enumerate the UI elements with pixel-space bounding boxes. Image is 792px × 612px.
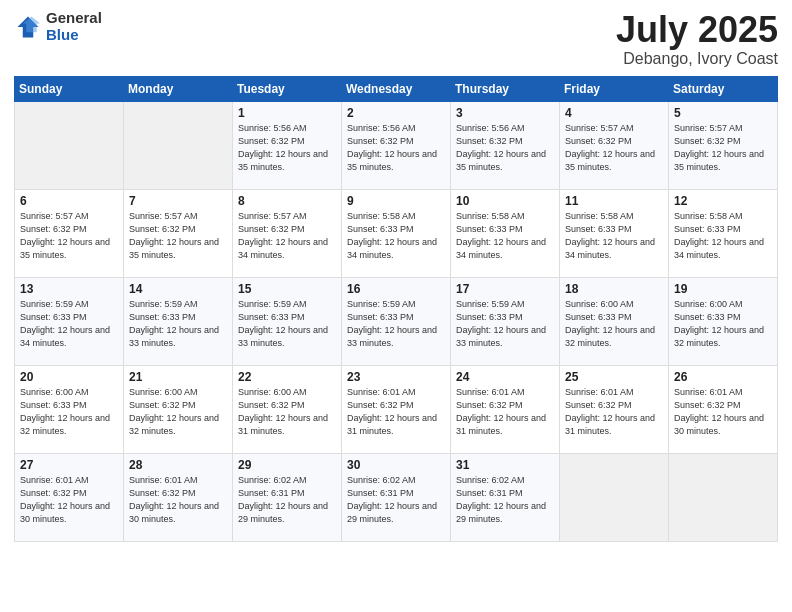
day-info: Sunrise: 5:59 AM Sunset: 6:33 PM Dayligh… bbox=[129, 298, 227, 350]
calendar-header-saturday: Saturday bbox=[669, 76, 778, 101]
calendar-cell bbox=[124, 101, 233, 189]
day-number: 8 bbox=[238, 194, 336, 208]
calendar-week-1: 1Sunrise: 5:56 AM Sunset: 6:32 PM Daylig… bbox=[15, 101, 778, 189]
calendar-week-2: 6Sunrise: 5:57 AM Sunset: 6:32 PM Daylig… bbox=[15, 189, 778, 277]
calendar-header-wednesday: Wednesday bbox=[342, 76, 451, 101]
calendar-cell: 1Sunrise: 5:56 AM Sunset: 6:32 PM Daylig… bbox=[233, 101, 342, 189]
day-info: Sunrise: 6:01 AM Sunset: 6:32 PM Dayligh… bbox=[565, 386, 663, 438]
calendar-cell: 4Sunrise: 5:57 AM Sunset: 6:32 PM Daylig… bbox=[560, 101, 669, 189]
day-info: Sunrise: 6:02 AM Sunset: 6:31 PM Dayligh… bbox=[238, 474, 336, 526]
calendar-week-3: 13Sunrise: 5:59 AM Sunset: 6:33 PM Dayli… bbox=[15, 277, 778, 365]
day-info: Sunrise: 5:57 AM Sunset: 6:32 PM Dayligh… bbox=[20, 210, 118, 262]
day-number: 14 bbox=[129, 282, 227, 296]
day-number: 26 bbox=[674, 370, 772, 384]
day-info: Sunrise: 5:59 AM Sunset: 6:33 PM Dayligh… bbox=[347, 298, 445, 350]
day-number: 13 bbox=[20, 282, 118, 296]
calendar: SundayMondayTuesdayWednesdayThursdayFrid… bbox=[14, 76, 778, 542]
day-number: 6 bbox=[20, 194, 118, 208]
calendar-cell bbox=[669, 453, 778, 541]
month-title: July 2025 bbox=[616, 10, 778, 50]
calendar-body: 1Sunrise: 5:56 AM Sunset: 6:32 PM Daylig… bbox=[15, 101, 778, 541]
calendar-cell: 14Sunrise: 5:59 AM Sunset: 6:33 PM Dayli… bbox=[124, 277, 233, 365]
day-number: 10 bbox=[456, 194, 554, 208]
calendar-cell: 13Sunrise: 5:59 AM Sunset: 6:33 PM Dayli… bbox=[15, 277, 124, 365]
day-number: 24 bbox=[456, 370, 554, 384]
calendar-cell: 29Sunrise: 6:02 AM Sunset: 6:31 PM Dayli… bbox=[233, 453, 342, 541]
day-info: Sunrise: 5:58 AM Sunset: 6:33 PM Dayligh… bbox=[347, 210, 445, 262]
logo: General Blue bbox=[14, 10, 102, 43]
day-number: 12 bbox=[674, 194, 772, 208]
calendar-cell: 17Sunrise: 5:59 AM Sunset: 6:33 PM Dayli… bbox=[451, 277, 560, 365]
page: General Blue July 2025 Debango, Ivory Co… bbox=[0, 0, 792, 612]
location-title: Debango, Ivory Coast bbox=[616, 50, 778, 68]
day-number: 25 bbox=[565, 370, 663, 384]
day-number: 22 bbox=[238, 370, 336, 384]
logo-blue: Blue bbox=[46, 27, 102, 44]
day-info: Sunrise: 6:01 AM Sunset: 6:32 PM Dayligh… bbox=[347, 386, 445, 438]
calendar-cell: 20Sunrise: 6:00 AM Sunset: 6:33 PM Dayli… bbox=[15, 365, 124, 453]
day-info: Sunrise: 6:00 AM Sunset: 6:32 PM Dayligh… bbox=[129, 386, 227, 438]
calendar-cell: 12Sunrise: 5:58 AM Sunset: 6:33 PM Dayli… bbox=[669, 189, 778, 277]
calendar-cell: 25Sunrise: 6:01 AM Sunset: 6:32 PM Dayli… bbox=[560, 365, 669, 453]
day-number: 15 bbox=[238, 282, 336, 296]
calendar-week-5: 27Sunrise: 6:01 AM Sunset: 6:32 PM Dayli… bbox=[15, 453, 778, 541]
calendar-cell: 15Sunrise: 5:59 AM Sunset: 6:33 PM Dayli… bbox=[233, 277, 342, 365]
calendar-cell: 7Sunrise: 5:57 AM Sunset: 6:32 PM Daylig… bbox=[124, 189, 233, 277]
calendar-cell: 26Sunrise: 6:01 AM Sunset: 6:32 PM Dayli… bbox=[669, 365, 778, 453]
logo-general: General bbox=[46, 10, 102, 27]
day-info: Sunrise: 5:56 AM Sunset: 6:32 PM Dayligh… bbox=[347, 122, 445, 174]
day-number: 17 bbox=[456, 282, 554, 296]
day-number: 7 bbox=[129, 194, 227, 208]
day-info: Sunrise: 5:57 AM Sunset: 6:32 PM Dayligh… bbox=[238, 210, 336, 262]
calendar-cell: 18Sunrise: 6:00 AM Sunset: 6:33 PM Dayli… bbox=[560, 277, 669, 365]
day-number: 23 bbox=[347, 370, 445, 384]
header: General Blue July 2025 Debango, Ivory Co… bbox=[14, 10, 778, 68]
calendar-cell: 23Sunrise: 6:01 AM Sunset: 6:32 PM Dayli… bbox=[342, 365, 451, 453]
day-info: Sunrise: 5:59 AM Sunset: 6:33 PM Dayligh… bbox=[238, 298, 336, 350]
day-info: Sunrise: 6:00 AM Sunset: 6:33 PM Dayligh… bbox=[565, 298, 663, 350]
day-number: 2 bbox=[347, 106, 445, 120]
day-number: 30 bbox=[347, 458, 445, 472]
day-info: Sunrise: 6:02 AM Sunset: 6:31 PM Dayligh… bbox=[456, 474, 554, 526]
day-number: 27 bbox=[20, 458, 118, 472]
calendar-cell: 8Sunrise: 5:57 AM Sunset: 6:32 PM Daylig… bbox=[233, 189, 342, 277]
calendar-cell: 28Sunrise: 6:01 AM Sunset: 6:32 PM Dayli… bbox=[124, 453, 233, 541]
day-number: 19 bbox=[674, 282, 772, 296]
calendar-cell bbox=[560, 453, 669, 541]
day-number: 20 bbox=[20, 370, 118, 384]
calendar-cell: 5Sunrise: 5:57 AM Sunset: 6:32 PM Daylig… bbox=[669, 101, 778, 189]
day-info: Sunrise: 5:57 AM Sunset: 6:32 PM Dayligh… bbox=[565, 122, 663, 174]
calendar-header-monday: Monday bbox=[124, 76, 233, 101]
day-info: Sunrise: 6:01 AM Sunset: 6:32 PM Dayligh… bbox=[456, 386, 554, 438]
calendar-header-thursday: Thursday bbox=[451, 76, 560, 101]
calendar-cell: 6Sunrise: 5:57 AM Sunset: 6:32 PM Daylig… bbox=[15, 189, 124, 277]
calendar-cell: 9Sunrise: 5:58 AM Sunset: 6:33 PM Daylig… bbox=[342, 189, 451, 277]
day-info: Sunrise: 6:02 AM Sunset: 6:31 PM Dayligh… bbox=[347, 474, 445, 526]
day-number: 16 bbox=[347, 282, 445, 296]
day-number: 29 bbox=[238, 458, 336, 472]
calendar-cell: 30Sunrise: 6:02 AM Sunset: 6:31 PM Dayli… bbox=[342, 453, 451, 541]
day-info: Sunrise: 5:56 AM Sunset: 6:32 PM Dayligh… bbox=[456, 122, 554, 174]
day-info: Sunrise: 6:01 AM Sunset: 6:32 PM Dayligh… bbox=[674, 386, 772, 438]
calendar-header-sunday: Sunday bbox=[15, 76, 124, 101]
day-info: Sunrise: 5:58 AM Sunset: 6:33 PM Dayligh… bbox=[565, 210, 663, 262]
day-number: 3 bbox=[456, 106, 554, 120]
calendar-week-4: 20Sunrise: 6:00 AM Sunset: 6:33 PM Dayli… bbox=[15, 365, 778, 453]
calendar-cell: 3Sunrise: 5:56 AM Sunset: 6:32 PM Daylig… bbox=[451, 101, 560, 189]
calendar-cell: 10Sunrise: 5:58 AM Sunset: 6:33 PM Dayli… bbox=[451, 189, 560, 277]
title-block: July 2025 Debango, Ivory Coast bbox=[616, 10, 778, 68]
day-info: Sunrise: 6:00 AM Sunset: 6:33 PM Dayligh… bbox=[674, 298, 772, 350]
day-info: Sunrise: 5:59 AM Sunset: 6:33 PM Dayligh… bbox=[456, 298, 554, 350]
calendar-header-friday: Friday bbox=[560, 76, 669, 101]
calendar-header-tuesday: Tuesday bbox=[233, 76, 342, 101]
day-number: 1 bbox=[238, 106, 336, 120]
day-number: 28 bbox=[129, 458, 227, 472]
logo-icon bbox=[14, 13, 42, 41]
day-number: 21 bbox=[129, 370, 227, 384]
calendar-cell: 19Sunrise: 6:00 AM Sunset: 6:33 PM Dayli… bbox=[669, 277, 778, 365]
day-info: Sunrise: 6:00 AM Sunset: 6:33 PM Dayligh… bbox=[20, 386, 118, 438]
calendar-cell: 21Sunrise: 6:00 AM Sunset: 6:32 PM Dayli… bbox=[124, 365, 233, 453]
day-info: Sunrise: 6:01 AM Sunset: 6:32 PM Dayligh… bbox=[129, 474, 227, 526]
day-number: 5 bbox=[674, 106, 772, 120]
day-info: Sunrise: 6:00 AM Sunset: 6:32 PM Dayligh… bbox=[238, 386, 336, 438]
